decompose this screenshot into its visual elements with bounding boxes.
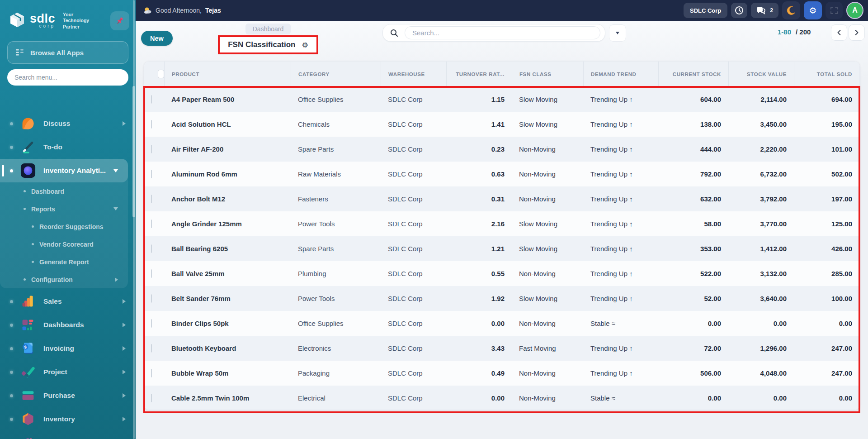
cell-category: Electrical [291, 394, 381, 402]
chevron-right-icon [115, 277, 118, 282]
table-row[interactable]: Cable 2.5mm Twin 100mElectricalSDLC Corp… [144, 386, 859, 410]
column-header-category[interactable]: CATEGORY [291, 62, 381, 86]
column-header-product[interactable]: PRODUCT [164, 62, 291, 86]
sidebar-menu-search-input[interactable] [7, 69, 128, 86]
sidebar-item-todo[interactable]: To-do [0, 135, 136, 159]
sidebar-subitem-vendor-scorecard[interactable]: Vendor Scorecard [0, 235, 128, 253]
row-checkbox[interactable] [151, 319, 152, 328]
cell-fsn-class: Slow Moving [512, 245, 583, 253]
row-checkbox[interactable] [151, 394, 152, 402]
sidebar-item-employees[interactable]: Employees [0, 431, 136, 439]
user-avatar[interactable]: A [846, 2, 863, 19]
sidebar-item-discuss[interactable]: Discuss [0, 112, 136, 135]
cell-warehouse: SDLC Corp [381, 220, 446, 228]
sidebar-item-inventory-analytics[interactable]: Inventory Analyti... [0, 159, 128, 182]
sales-icon [20, 293, 36, 310]
search-input-pill[interactable] [405, 26, 600, 39]
cell-stock-value: 6,732.00 [728, 170, 794, 178]
sidebar-item-purchase[interactable]: Purchase [0, 384, 136, 407]
table-row[interactable]: Bluetooth KeyboardElectronicsSDLC Corp3.… [144, 336, 859, 361]
column-header-demand-trend[interactable]: DEMAND TREND [583, 62, 658, 86]
sidebar-subitem-generate-report[interactable]: Generate Report [0, 253, 128, 271]
table-row[interactable]: Aluminum Rod 6mmRaw MaterialsSDLC Corp0.… [144, 162, 859, 186]
todo-icon [20, 139, 36, 155]
table-row[interactable]: Ball Bearing 6205Spare PartsSDLC Corp1.2… [144, 236, 859, 261]
cell-current-stock: 444.00 [658, 145, 728, 153]
sidebar-item-project[interactable]: Project [0, 360, 136, 384]
sidebar-item-dashboards[interactable]: Dashboards [0, 313, 136, 337]
cell-turnover-ratio: 0.00 [446, 320, 512, 327]
dark-mode-toggle-button[interactable] [782, 1, 800, 19]
sidebar-scrollbar-thumb[interactable] [132, 86, 135, 217]
table-row[interactable]: Binder Clips 50pkOffice SuppliesSDLC Cor… [144, 311, 859, 336]
sidebar-item-sales[interactable]: Sales [0, 290, 136, 313]
row-checkbox[interactable] [151, 369, 152, 377]
search-bar[interactable] [382, 24, 605, 42]
apps-list-icon [16, 49, 24, 56]
cell-product: Belt Sander 76mm [164, 295, 291, 302]
previous-page-button[interactable] [831, 24, 847, 41]
fullscreen-button[interactable] [826, 2, 843, 19]
row-checkbox[interactable] [151, 170, 152, 178]
cell-current-stock: 522.00 [658, 270, 728, 277]
table-row[interactable]: Acid Solution HCLChemicalsSDLC Corp1.41S… [144, 112, 859, 137]
inventory-analytics-group: Inventory Analyti... Dashboard Reports R… [0, 159, 128, 288]
row-checkbox[interactable] [151, 294, 152, 303]
table-row[interactable]: Angle Grinder 125mmPower ToolsSDLC Corp2… [144, 211, 859, 236]
breadcrumb[interactable]: Dashboard [245, 24, 291, 34]
pin-sidebar-button[interactable] [110, 11, 129, 30]
cell-total-sold: 694.00 [794, 95, 859, 103]
row-checkbox[interactable] [151, 95, 152, 104]
cell-demand-trend: Stable ≈ [583, 394, 658, 402]
cell-stock-value: 0.00 [728, 394, 794, 402]
sidebar-item-inventory[interactable]: Inventory [0, 407, 136, 431]
column-header-turnover-ratio[interactable]: TURNOVER RAT... [446, 62, 512, 86]
column-header-warehouse[interactable]: WAREHOUSE [381, 62, 446, 86]
table-row[interactable]: Air Filter AF-200Spare PartsSDLC Corp0.2… [144, 137, 859, 162]
row-checkbox[interactable] [151, 195, 152, 203]
cell-demand-trend: Trending Up ↑ [583, 295, 658, 302]
chat-count-badge: 2 [770, 7, 773, 14]
search-input[interactable] [411, 29, 594, 37]
greeting: Good Afternoon, Tejas [144, 7, 221, 14]
title-annotation-box: FSN Classification ⚙ [218, 35, 318, 54]
row-checkbox[interactable] [151, 120, 152, 129]
table-row[interactable]: Anchor Bolt M12FastenersSDLC Corp0.31Non… [144, 186, 859, 211]
row-checkbox[interactable] [151, 269, 152, 278]
sidebar-item-invoicing[interactable]: $ Invoicing [0, 337, 136, 360]
company-switcher-button[interactable]: SDLC Corp [684, 3, 727, 18]
sidebar-subitem-configuration[interactable]: Configuration [0, 271, 128, 288]
column-header-total-sold[interactable]: TOTAL SOLD [794, 62, 859, 86]
row-checkbox[interactable] [151, 244, 152, 253]
cell-current-stock: 632.00 [658, 195, 728, 203]
table-row[interactable]: Belt Sander 76mmPower ToolsSDLC Corp1.92… [144, 286, 859, 311]
sidebar-scrollbar-track[interactable] [133, 0, 135, 439]
select-all-checkbox[interactable] [158, 70, 164, 78]
employees-icon [20, 434, 36, 439]
bullet-dot-icon [10, 169, 13, 172]
view-settings-gear-icon[interactable]: ⚙ [302, 41, 308, 49]
new-button[interactable]: New [141, 31, 173, 46]
cell-product: Bubble Wrap 50m [164, 369, 291, 377]
sidebar-subitem-reports[interactable]: Reports [0, 200, 128, 218]
column-header-fsn-class[interactable]: FSN CLASS [512, 62, 583, 86]
chevron-down-icon [113, 207, 118, 210]
settings-button[interactable]: ⚙ [804, 1, 822, 19]
search-options-dropdown-button[interactable] [609, 24, 626, 42]
activities-clock-button[interactable] [731, 3, 747, 18]
row-checkbox[interactable] [151, 145, 152, 153]
row-checkbox[interactable] [151, 220, 152, 228]
cell-product: Ball Valve 25mm [164, 270, 291, 277]
row-checkbox[interactable] [151, 344, 152, 353]
messages-button[interactable]: 2 [751, 3, 778, 18]
table-row[interactable]: A4 Paper Ream 500Office SuppliesSDLC Cor… [144, 87, 859, 112]
next-page-button[interactable] [849, 24, 865, 41]
column-header-stock-value[interactable]: STOCK VALUE [728, 62, 794, 86]
sidebar-subitem-reorder-suggestions[interactable]: Reorder Suggestions [0, 218, 128, 235]
sidebar-subitem-dashboard[interactable]: Dashboard [0, 182, 128, 200]
column-header-current-stock[interactable]: CURRENT STOCK [658, 62, 728, 86]
browse-all-apps-button[interactable]: Browse All Apps [7, 41, 128, 64]
table-row[interactable]: Bubble Wrap 50mPackagingSDLC Corp0.49Non… [144, 361, 859, 386]
table-row[interactable]: Ball Valve 25mmPlumbingSDLC Corp0.55Non-… [144, 261, 859, 286]
chevron-left-icon [836, 29, 842, 36]
